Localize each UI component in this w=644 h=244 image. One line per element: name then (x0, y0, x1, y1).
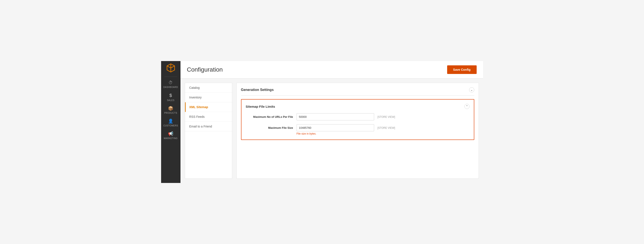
sidebar-item-label: PRODUCTS (164, 112, 177, 114)
sidebar-item-products[interactable]: 📦 PRODUCTS (161, 104, 180, 116)
nav-item-rss-feeds[interactable]: RSS Feeds (185, 112, 232, 122)
person-icon: 👤 (168, 119, 174, 123)
max-urls-input[interactable] (296, 113, 374, 121)
nav-item-email-to-friend[interactable]: Email to a Friend (185, 122, 232, 131)
sitemap-limits-toggle[interactable]: ⌃ (464, 104, 470, 109)
sitemap-limits-title: Sitemap File Limits (246, 105, 275, 108)
sidebar-divider (164, 77, 177, 77)
sidebar-item-label: CUSTOMERS (163, 124, 178, 127)
gauge-icon: ⏱ (168, 80, 173, 85)
main-content: Configuration Save Config Catalog Invent… (180, 61, 483, 183)
sidebar-item-customers[interactable]: 👤 CUSTOMERS (161, 116, 180, 129)
generation-settings-title: Generation Settings (241, 88, 274, 92)
sidebar-item-label: MARKETING (164, 137, 178, 139)
sidebar-item-label: SALES (167, 99, 174, 102)
max-file-size-group: Maximum File Size [STORE VIEW] File size… (246, 124, 470, 135)
max-urls-label: Maximum No of URLs Per File (246, 115, 293, 119)
generation-settings-section: Generation Settings ⌄ (241, 87, 474, 96)
nav-item-catalog[interactable]: Catalog (185, 83, 232, 93)
chevron-down-icon: ⌄ (470, 88, 473, 92)
right-panel: Generation Settings ⌄ Sitemap File Limit… (236, 83, 479, 179)
sitemap-limits-header: Sitemap File Limits ⌃ (246, 104, 470, 109)
nav-item-inventory[interactable]: Inventory (185, 93, 232, 102)
left-nav: Catalog Inventory XML Sitemap RSS Feeds … (185, 83, 232, 179)
sidebar-item-dashboard[interactable]: ⏱ DASHBOARD (161, 78, 180, 91)
nav-item-xml-sitemap[interactable]: XML Sitemap (185, 102, 232, 112)
sidebar-item-marketing[interactable]: 📢 MARKETING (161, 129, 180, 142)
dollar-icon: $ (169, 93, 172, 98)
max-file-size-label: Maximum File Size (246, 126, 293, 129)
megaphone-icon: 📢 (168, 131, 174, 136)
generation-settings-toggle[interactable]: ⌄ (469, 87, 474, 93)
max-file-size-row: Maximum File Size [STORE VIEW] (246, 124, 470, 131)
max-file-size-input[interactable] (296, 124, 374, 131)
sitemap-file-limits-box: Sitemap File Limits ⌃ Maximum No of URLs… (241, 99, 474, 140)
content-wrapper: Catalog Inventory XML Sitemap RSS Feeds … (180, 79, 483, 183)
max-file-size-scope: [STORE VIEW] (378, 126, 399, 129)
max-urls-scope: [STORE VIEW] (378, 116, 399, 119)
max-urls-row: Maximum No of URLs Per File [STORE VIEW] (246, 113, 470, 121)
max-file-size-hint: File size in bytes. (296, 132, 470, 135)
chevron-up-icon: ⌃ (466, 105, 468, 108)
header: Configuration Save Config (180, 61, 483, 79)
sidebar-item-label: DASHBOARD (164, 86, 178, 88)
page-title: Configuration (187, 66, 223, 73)
sidebar-item-sales[interactable]: $ SALES (161, 91, 180, 104)
save-config-button[interactable]: Save Config (447, 65, 477, 74)
magento-logo[interactable] (166, 63, 176, 74)
box-icon: 📦 (168, 106, 174, 111)
sidebar: ⏱ DASHBOARD $ SALES 📦 PRODUCTS 👤 CUSTOME… (161, 61, 180, 183)
